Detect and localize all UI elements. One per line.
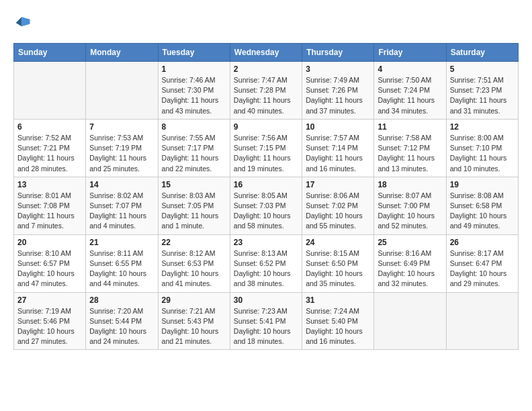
day-info: Sunrise: 8:02 AMSunset: 7:07 PMDaylight:… [89,191,154,232]
calendar-cell: 15Sunrise: 8:03 AMSunset: 7:05 PMDayligh… [158,177,230,234]
calendar-cell: 7Sunrise: 7:53 AMSunset: 7:19 PMDaylight… [86,119,158,177]
calendar-cell: 4Sunrise: 7:50 AMSunset: 7:24 PMDaylight… [374,62,446,120]
day-info: Sunrise: 7:51 AMSunset: 7:23 PMDaylight:… [450,75,515,116]
day-number: 16 [234,180,298,189]
calendar-week-row: 6Sunrise: 7:52 AMSunset: 7:21 PMDaylight… [14,119,519,177]
calendar-cell: 18Sunrise: 8:07 AMSunset: 7:00 PMDayligh… [374,177,446,234]
day-info: Sunrise: 8:07 AMSunset: 7:00 PMDaylight:… [378,191,442,232]
calendar-week-row: 13Sunrise: 8:01 AMSunset: 7:08 PMDayligh… [14,177,519,234]
day-number: 7 [89,122,154,132]
calendar-cell: 26Sunrise: 8:17 AMSunset: 6:47 PMDayligh… [446,234,518,292]
calendar-week-row: 20Sunrise: 8:10 AMSunset: 6:57 PMDayligh… [14,234,519,292]
day-info: Sunrise: 8:12 AMSunset: 6:53 PMDaylight:… [162,248,226,289]
weekday-header: Monday [86,44,158,62]
day-number: 25 [378,238,442,247]
day-info: Sunrise: 7:47 AMSunset: 7:28 PMDaylight:… [234,75,298,116]
day-number: 27 [17,295,82,305]
weekday-header: Tuesday [158,44,230,62]
calendar-cell: 27Sunrise: 7:19 AMSunset: 5:46 PMDayligh… [14,292,86,350]
day-number: 19 [450,180,515,189]
day-number: 23 [234,238,298,247]
calendar-cell: 16Sunrise: 8:05 AMSunset: 7:03 PMDayligh… [230,177,302,234]
day-info: Sunrise: 7:52 AMSunset: 7:21 PMDaylight:… [17,133,82,174]
day-info: Sunrise: 7:57 AMSunset: 7:14 PMDaylight:… [306,133,370,174]
day-number: 29 [162,295,226,305]
day-info: Sunrise: 8:08 AMSunset: 6:58 PMDaylight:… [450,191,515,232]
logo [13,13,35,32]
calendar-week-row: 27Sunrise: 7:19 AMSunset: 5:46 PMDayligh… [14,292,519,350]
calendar-cell: 12Sunrise: 8:00 AMSunset: 7:10 PMDayligh… [446,119,518,177]
day-info: Sunrise: 8:00 AMSunset: 7:10 PMDaylight:… [450,133,515,174]
calendar-cell: 10Sunrise: 7:57 AMSunset: 7:14 PMDayligh… [302,119,374,177]
weekday-header: Thursday [302,44,374,62]
day-number: 15 [162,180,226,189]
day-number: 12 [450,122,515,132]
day-number: 21 [89,238,154,247]
day-info: Sunrise: 7:19 AMSunset: 5:46 PMDaylight:… [17,306,82,347]
day-number: 22 [162,238,226,247]
day-info: Sunrise: 7:46 AMSunset: 7:30 PMDaylight:… [162,75,226,116]
day-number: 24 [306,238,370,247]
day-number: 31 [306,295,370,305]
calendar-cell: 9Sunrise: 7:56 AMSunset: 7:15 PMDaylight… [230,119,302,177]
weekday-header: Saturday [446,44,518,62]
day-number: 10 [306,122,370,132]
logo-icon [13,13,32,32]
calendar-cell: 6Sunrise: 7:52 AMSunset: 7:21 PMDaylight… [14,119,86,177]
day-number: 5 [450,64,515,74]
calendar-cell: 5Sunrise: 7:51 AMSunset: 7:23 PMDaylight… [446,62,518,120]
calendar-cell [14,62,86,120]
weekday-header: Wednesday [230,44,302,62]
day-number: 13 [17,180,82,189]
calendar-cell: 20Sunrise: 8:10 AMSunset: 6:57 PMDayligh… [14,234,86,292]
calendar-cell: 11Sunrise: 7:58 AMSunset: 7:12 PMDayligh… [374,119,446,177]
day-info: Sunrise: 8:05 AMSunset: 7:03 PMDaylight:… [234,191,298,232]
calendar-cell: 23Sunrise: 8:13 AMSunset: 6:52 PMDayligh… [230,234,302,292]
day-number: 4 [378,64,442,74]
day-number: 8 [162,122,226,132]
day-number: 11 [378,122,442,132]
day-info: Sunrise: 8:13 AMSunset: 6:52 PMDaylight:… [234,248,298,289]
day-number: 18 [378,180,442,189]
weekday-header: Friday [374,44,446,62]
day-number: 6 [17,122,82,132]
calendar-header-row: SundayMondayTuesdayWednesdayThursdayFrid… [14,44,519,62]
day-number: 1 [162,64,226,74]
calendar-week-row: 1Sunrise: 7:46 AMSunset: 7:30 PMDaylight… [14,62,519,120]
day-number: 30 [234,295,298,305]
page-header [13,13,519,32]
day-number: 14 [89,180,154,189]
calendar-cell: 25Sunrise: 8:16 AMSunset: 6:49 PMDayligh… [374,234,446,292]
calendar-cell: 21Sunrise: 8:11 AMSunset: 6:55 PMDayligh… [86,234,158,292]
calendar-cell: 24Sunrise: 8:15 AMSunset: 6:50 PMDayligh… [302,234,374,292]
calendar-cell: 22Sunrise: 8:12 AMSunset: 6:53 PMDayligh… [158,234,230,292]
day-number: 17 [306,180,370,189]
calendar-cell: 28Sunrise: 7:20 AMSunset: 5:44 PMDayligh… [86,292,158,350]
day-info: Sunrise: 7:49 AMSunset: 7:26 PMDaylight:… [306,75,370,116]
day-info: Sunrise: 7:58 AMSunset: 7:12 PMDaylight:… [378,133,442,174]
day-info: Sunrise: 7:20 AMSunset: 5:44 PMDaylight:… [89,306,154,347]
day-info: Sunrise: 7:50 AMSunset: 7:24 PMDaylight:… [378,75,442,116]
calendar-cell: 2Sunrise: 7:47 AMSunset: 7:28 PMDaylight… [230,62,302,120]
calendar-cell: 31Sunrise: 7:24 AMSunset: 5:40 PMDayligh… [302,292,374,350]
day-info: Sunrise: 8:15 AMSunset: 6:50 PMDaylight:… [306,248,370,289]
day-info: Sunrise: 8:01 AMSunset: 7:08 PMDaylight:… [17,191,82,232]
day-number: 28 [89,295,154,305]
calendar-cell: 19Sunrise: 8:08 AMSunset: 6:58 PMDayligh… [446,177,518,234]
day-info: Sunrise: 8:16 AMSunset: 6:49 PMDaylight:… [378,248,442,289]
day-info: Sunrise: 7:55 AMSunset: 7:17 PMDaylight:… [162,133,226,174]
day-info: Sunrise: 7:23 AMSunset: 5:41 PMDaylight:… [234,306,298,347]
calendar-cell [374,292,446,350]
calendar-cell: 3Sunrise: 7:49 AMSunset: 7:26 PMDaylight… [302,62,374,120]
calendar-cell: 8Sunrise: 7:55 AMSunset: 7:17 PMDaylight… [158,119,230,177]
calendar-cell [86,62,158,120]
day-number: 9 [234,122,298,132]
day-info: Sunrise: 8:03 AMSunset: 7:05 PMDaylight:… [162,191,226,232]
calendar-cell: 1Sunrise: 7:46 AMSunset: 7:30 PMDaylight… [158,62,230,120]
day-info: Sunrise: 8:11 AMSunset: 6:55 PMDaylight:… [89,248,154,289]
day-number: 20 [17,238,82,247]
calendar-cell: 14Sunrise: 8:02 AMSunset: 7:07 PMDayligh… [86,177,158,234]
day-number: 3 [306,64,370,74]
day-info: Sunrise: 8:17 AMSunset: 6:47 PMDaylight:… [450,248,515,289]
day-number: 2 [234,64,298,74]
